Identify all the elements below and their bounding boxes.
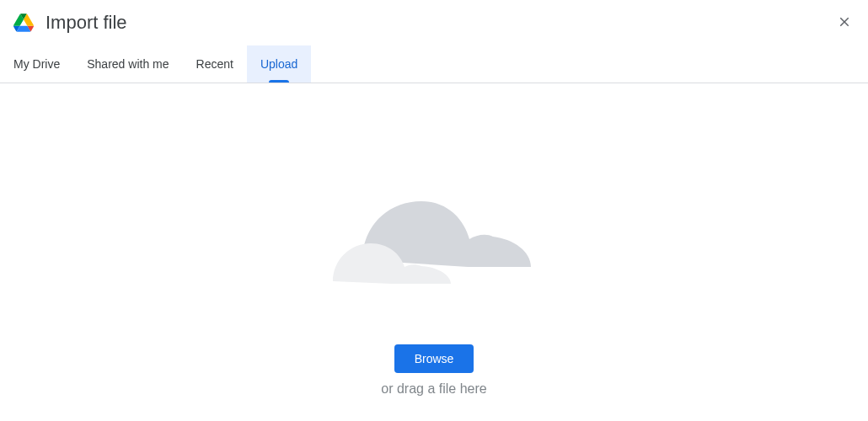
tab-shared-with-me[interactable]: Shared with me	[73, 45, 182, 83]
tab-upload[interactable]: Upload	[247, 45, 311, 83]
google-drive-icon	[13, 13, 34, 33]
close-button[interactable]	[834, 12, 855, 32]
browse-button[interactable]: Browse	[394, 344, 474, 373]
cloud-illustration	[324, 159, 544, 311]
tab-recent[interactable]: Recent	[183, 45, 247, 83]
upload-content: Browse or drag a file here	[0, 83, 868, 397]
close-icon	[837, 14, 852, 29]
dialog-title: Import file	[46, 12, 127, 34]
tab-my-drive[interactable]: My Drive	[13, 45, 73, 83]
tabs-bar: My Drive Shared with me Recent Upload	[0, 45, 868, 83]
drag-hint-text: or drag a file here	[381, 381, 486, 397]
dialog-header: Import file	[0, 0, 868, 45]
